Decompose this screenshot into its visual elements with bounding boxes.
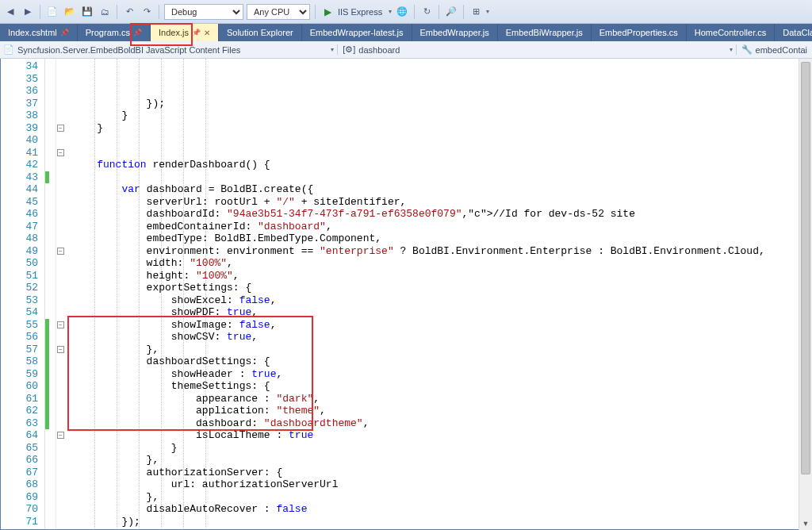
fold-toggle[interactable]: − [57,321,64,328]
redo-icon[interactable]: ↷ [140,5,154,19]
undo-icon[interactable]: ↶ [122,5,136,19]
tab-label: HomeController.cs [695,28,766,37]
tab-embedwrapper[interactable]: EmbedWrapper.js [412,24,498,41]
tab-label: EmbedProperties.cs [599,28,678,37]
pin-icon[interactable]: 📌 [60,29,69,36]
code-area[interactable]: }); } } function renderDashboard() { var… [67,59,811,530]
member-icon: [⚙] [343,44,355,55]
fold-toggle[interactable]: − [57,149,64,156]
chevron-down-icon[interactable]: ▾ [327,46,337,53]
scroll-thumb[interactable] [801,62,810,474]
tab-index-js[interactable]: Index.js📌✕ [151,24,219,41]
tab-dataclass[interactable]: DataClass.cs [775,24,812,41]
run-dropdown-icon[interactable]: ▾ [389,8,392,15]
ext-dropdown-icon[interactable]: ▾ [486,8,489,15]
vertical-scrollbar[interactable]: ▲ ▼ [799,59,812,530]
open-file-icon[interactable]: 📂 [63,5,77,19]
scroll-down-icon[interactable]: ▼ [799,517,812,530]
tab-label: DataClass.cs [783,28,812,37]
js-file-icon: 📄 [3,44,14,55]
find-icon[interactable]: 🔎 [444,5,458,19]
nav-right-dropdown[interactable]: 🔧 embedContai [736,44,812,55]
nav-scope-label: Syncfusion.Server.EmbedBoldBI JavaScript… [17,45,240,55]
nav-right-label: embedContai [756,45,807,55]
line-number-gutter: 3435363738394041424344454647484950515253… [1,59,45,530]
chevron-down-icon[interactable]: ▾ [726,46,736,53]
tab-label: Index.cshtml [8,28,57,37]
tab-label: EmbedBiWrapper.js [506,28,583,37]
tab-homecontroller[interactable]: HomeController.cs [687,24,775,41]
tab-label: Program.cs [86,28,130,37]
fold-column: − − − − − − [56,59,67,530]
fold-toggle[interactable]: − [57,125,64,132]
pin-icon[interactable]: 📌 [133,29,142,36]
navigation-bar: 📄 Syncfusion.Server.EmbedBoldBI JavaScri… [0,41,812,59]
build-config-dropdown[interactable]: Debug [164,4,243,20]
close-icon[interactable]: ✕ [204,29,210,37]
save-all-icon[interactable]: 🗂 [98,5,112,19]
code-editor[interactable]: 3435363738394041424344454647484950515253… [0,59,812,530]
wrench-icon: 🔧 [741,44,753,55]
tab-embedproperties[interactable]: EmbedProperties.cs [592,24,687,41]
nav-fwd-icon[interactable]: ▶ [21,5,35,19]
main-toolbar: ◀ ▶ 📄 📂 💾 🗂 ↶ ↷ Debug Any CPU ▶ IIS Expr… [0,0,812,24]
refresh-icon[interactable]: ↻ [419,5,434,19]
nav-member-dropdown[interactable]: [⚙] dashboard [337,44,404,55]
tab-embedwrapper-latest[interactable]: EmbedWrapper-latest.js [302,24,412,41]
tab-label: EmbedWrapper-latest.js [310,28,404,37]
save-icon[interactable]: 💾 [80,5,94,19]
nav-back-icon[interactable]: ◀ [3,5,17,19]
nav-member-label: dashboard [358,45,400,55]
tab-label: Solution Explorer [227,28,293,37]
tab-embedbiwrapper[interactable]: EmbedBiWrapper.js [498,24,592,41]
tab-program-cs[interactable]: Program.cs📌 [78,24,151,41]
nav-scope-dropdown[interactable]: 📄 Syncfusion.Server.EmbedBoldBI JavaScri… [0,44,327,55]
tab-label: Index.js [159,28,189,37]
tab-index-cshtml[interactable]: Index.cshtml📌 [0,24,78,41]
fold-toggle[interactable]: − [57,346,64,353]
tab-solution-explorer[interactable]: Solution Explorer [219,24,302,41]
pin-icon[interactable]: 📌 [192,29,201,36]
document-tabs: Index.cshtml📌 Program.cs📌 Index.js📌✕ Sol… [0,24,812,41]
change-margin [45,59,56,530]
platform-dropdown[interactable]: Any CPU [247,4,310,20]
extensions-icon[interactable]: ⊞ [469,5,483,19]
run-icon[interactable]: ▶ [320,5,335,19]
run-label[interactable]: IIS Express [338,7,385,17]
browser-icon[interactable]: 🌐 [395,5,409,19]
tab-label: EmbedWrapper.js [420,28,489,37]
new-file-icon[interactable]: 📄 [45,5,59,19]
fold-toggle[interactable]: − [57,248,64,255]
fold-toggle[interactable]: − [57,432,64,439]
